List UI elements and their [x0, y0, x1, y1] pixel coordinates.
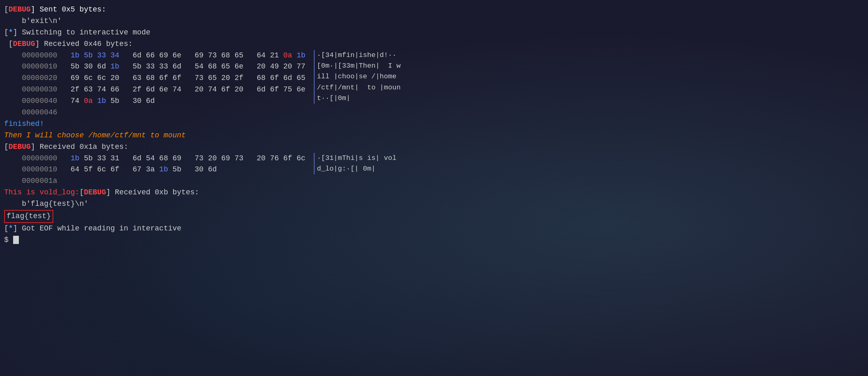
- debug-label-2: DEBUG: [13, 40, 35, 48]
- star-label-2: *: [9, 224, 13, 232]
- flag-box: flag{test}: [4, 210, 53, 223]
- line-then: Then I will choose /home/ctf/mnt to moun…: [4, 130, 868, 141]
- hex-side-30: /ctf|/mnt| to |moun: [317, 82, 401, 93]
- hex-addr-1a: 0000001a: [4, 175, 306, 187]
- debug-label-3: DEBUG: [9, 143, 31, 151]
- debug-label: DEBUG: [9, 5, 31, 14]
- hex-dump-1a: 00000000 1b 5b 33 31 6d 54 68 69 73 20 6…: [4, 153, 868, 187]
- hex-side-10: [0m·|[33m|Then| I w: [317, 61, 401, 71]
- hex-1a-side-10: d_lo|g:·[| 0m|: [317, 164, 397, 174]
- line-vold: This is vold_log:[DEBUG] Received 0xb by…: [4, 187, 868, 198]
- hex-row-1a-10: 00000010 64 5f 6c 6f 67 3a 1b 5b 30 6d: [4, 164, 306, 175]
- hex-1a-side-0: ·[31|mThi|s is| vol: [317, 153, 397, 164]
- hex-row-0: 00000000 1b 5b 33 34 6d 66 69 6e 69 73 6…: [4, 50, 306, 62]
- line-eof: [*] Got EOF while reading in interactive: [4, 223, 868, 235]
- hex-row-10: 00000010 5b 30 6d 1b 5b 33 33 6d 54 68 6…: [4, 61, 306, 73]
- hex-side-0: ·[34|mfin|ishe|d!··: [317, 50, 401, 61]
- hex-row-20: 00000020 69 6c 6c 20 63 68 6f 6f 73 65 2…: [4, 73, 306, 84]
- line-finished: finished!: [4, 118, 868, 130]
- hex-side-20: ill |choo|se /|home: [317, 71, 401, 82]
- terminal-output: [DEBUG] Sent 0x5 bytes: b'exit\n' [*] Sw…: [4, 4, 868, 246]
- line-switching: [*] Switching to interactive mode: [4, 27, 868, 39]
- hex-dump-left: 00000000 1b 5b 33 34 6d 66 69 6e 69 73 6…: [4, 50, 306, 118]
- hex-row-40: 00000040 74 0a 1b 5b 30 6d: [4, 96, 306, 107]
- hex-row-1a-0: 00000000 1b 5b 33 31 6d 54 68 69 73 20 6…: [4, 153, 306, 164]
- line-prompt[interactable]: $: [4, 235, 868, 246]
- hex-addr-46: 00000046: [4, 107, 306, 118]
- line-debug-recv1a: [DEBUG] Received 0x1a bytes:: [4, 141, 868, 153]
- hex-side-panel: ·[34|mfin|ishe|d!·· [0m·|[33m|Then| I w …: [314, 50, 401, 104]
- line-debug-recv46: [DEBUG] Received 0x46 bytes:: [4, 39, 868, 50]
- hex-dump-1a-left: 00000000 1b 5b 33 31 6d 54 68 69 73 20 6…: [4, 153, 306, 187]
- cursor: [13, 236, 19, 244]
- hex-side-panel-1a: ·[31|mThi|s is| vol d_lo|g:·[| 0m|: [314, 153, 397, 175]
- star-label-1: *: [9, 28, 13, 36]
- hex-side-40: t··[|0m|: [317, 93, 401, 104]
- debug-label-4: DEBUG: [84, 188, 106, 196]
- line-flag: flag{test}: [4, 210, 868, 223]
- line-bflag: b'flag{test}\n': [4, 198, 868, 210]
- hex-dump-46: 00000000 1b 5b 33 34 6d 66 69 6e 69 73 6…: [4, 50, 868, 118]
- hex-row-30: 00000030 2f 63 74 66 2f 6d 6e 74 20 74 6…: [4, 84, 306, 96]
- line-bexit: b'exit\n': [4, 16, 868, 27]
- line-debug-sent: [DEBUG] Sent 0x5 bytes:: [4, 4, 868, 16]
